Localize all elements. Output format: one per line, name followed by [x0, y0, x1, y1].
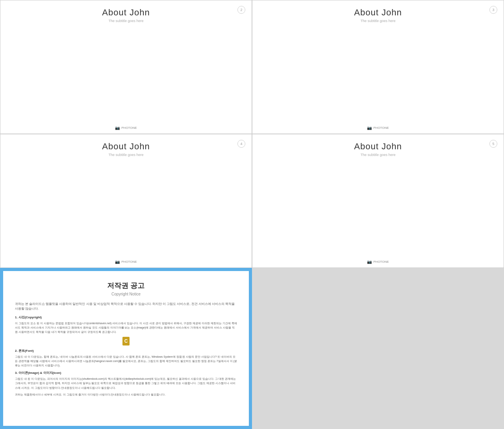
slide-1-subtitle: The subtitle goes here — [102, 19, 150, 23]
slide-4-footer: 📷 PHOTONE — [252, 256, 504, 267]
slide-4-number: 5 — [489, 140, 497, 148]
slide-3: About John The subtitle goes here 4 — [0, 134, 252, 268]
camera-icon-2: 📷 — [367, 126, 372, 130]
slide-4: About John The subtitle goes here 5 — [252, 134, 504, 268]
slide-3-header: About John The subtitle goes here 4 — [102, 134, 150, 160]
copyright-section-3-text: 그림도 내 된 이 다운있는, 피어서의 이미지의 이미지는(shutterst… — [15, 377, 237, 390]
slide-1-footer: 📷 PHOTONE — [0, 122, 252, 134]
slide-1: About John The subtitle goes here 2 — [0, 0, 252, 134]
copyright-inner: 저작권 공고 Copyright Notice 귀하는 본 슬라이드쇼 템플릿을… — [3, 271, 249, 426]
copyright-section: 저작권 공고 Copyright Notice 귀하는 본 슬라이드쇼 템플릿을… — [0, 268, 252, 429]
gray-area — [252, 268, 504, 429]
footer-brand-2: PHOTONE — [373, 126, 389, 130]
slide-4-header: About John The subtitle goes here 5 — [354, 134, 402, 160]
slide-2: About John The subtitle goes here 3 — [252, 0, 504, 134]
camera-icon-3: 📷 — [115, 260, 120, 264]
copyright-title-korean: 저작권 공고 — [15, 281, 237, 290]
copyright-title-english: Copyright Notice — [15, 292, 237, 296]
slide-3-title: About John — [102, 141, 150, 152]
slide-3-number: 4 — [237, 140, 245, 148]
camera-icon-1: 📷 — [115, 126, 120, 130]
footer-brand-4: PHOTONE — [373, 260, 389, 264]
slide-2-footer: 📷 PHOTONE — [252, 122, 504, 134]
copyright-section-2-text: 그림도 내 이 다운있는, 함께 폰트는, 네이버 나눔폰트의 사용된 서비스에… — [15, 355, 237, 368]
camera-icon-4: 📷 — [367, 260, 372, 264]
slide-2-number: 3 — [489, 6, 497, 14]
slides-grid: About John The subtitle goes here 2 — [0, 0, 504, 268]
slide-1-title: About John — [102, 7, 150, 18]
copyright-section-3-title: 3. 아이콘(Image) & 이미지(Icon) — [15, 371, 237, 375]
slide-4-subtitle: The subtitle goes here — [354, 153, 402, 157]
copyright-section-1-text: 이 그림도의 요소 된 이 사용하는 문법법 포함되어 있습니다(content… — [15, 321, 237, 334]
copyright-intro: 귀하는 본 슬라이드쇼 템플릿을 사용하여 일반적인 사용 및 비상업적 목적으… — [15, 302, 237, 311]
footer-brand-1: PHOTONE — [121, 126, 137, 130]
copyright-closing-text: 귀하는 제품한에서이나 세부에 시켜요. 이 그림도에 즐거이 이다방안 사방이… — [15, 392, 237, 397]
slide-3-subtitle: The subtitle goes here — [102, 153, 150, 157]
slide-2-title: About John — [354, 7, 402, 18]
slide-2-header: About John The subtitle goes here 3 — [354, 0, 402, 26]
slide-3-footer: 📷 PHOTONE — [0, 256, 252, 267]
slide-2-subtitle: The subtitle goes here — [354, 19, 402, 23]
copyright-badge: C — [122, 337, 130, 345]
slide-1-header: About John The subtitle goes here 2 — [102, 0, 150, 26]
footer-brand-3: PHOTONE — [121, 260, 137, 264]
copyright-section-1-title: 1. 사진(Copyright) — [15, 315, 237, 319]
slide-4-title: About John — [354, 141, 402, 152]
copyright-section-2-title: 2. 폰트(Font) — [15, 349, 237, 353]
slide-1-number: 2 — [237, 6, 245, 14]
